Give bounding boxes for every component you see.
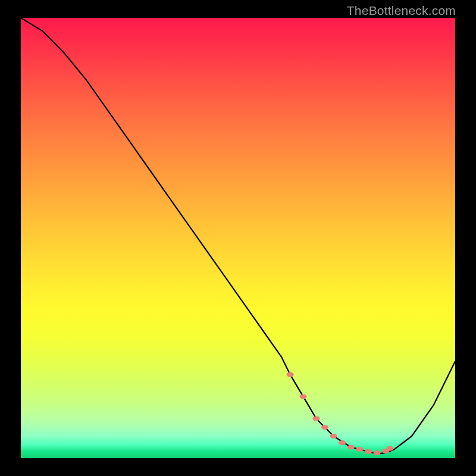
highlight-dot bbox=[339, 440, 346, 445]
highlight-dots bbox=[287, 372, 394, 455]
highlight-dot bbox=[287, 372, 294, 377]
bottleneck-curve bbox=[21, 18, 455, 454]
highlight-dot bbox=[356, 447, 363, 452]
highlight-dot bbox=[312, 416, 320, 421]
highlight-dot bbox=[347, 445, 355, 450]
highlight-dot bbox=[300, 394, 307, 399]
highlight-dot bbox=[387, 446, 394, 451]
highlight-dot bbox=[330, 434, 337, 439]
highlight-dot bbox=[365, 449, 372, 454]
highlight-dot bbox=[321, 425, 328, 430]
watermark-text: TheBottleneck.com bbox=[347, 4, 456, 18]
plot-area bbox=[21, 18, 455, 458]
chart-frame: TheBottleneck.com bbox=[0, 0, 476, 476]
highlight-dot bbox=[374, 450, 381, 455]
curve-layer bbox=[21, 18, 455, 458]
